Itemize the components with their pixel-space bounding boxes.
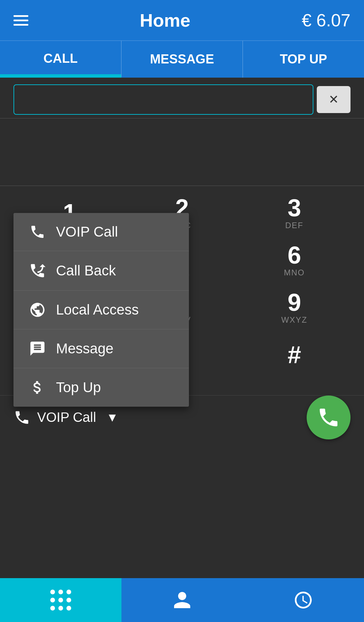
page-title: Home [140,10,190,31]
call-mode-phone-icon [13,409,30,426]
clock-icon [293,590,313,610]
bottom-navigation [0,578,364,622]
nav-dialpad[interactable] [0,578,121,622]
phone-display-area [0,78,364,118]
call-button[interactable] [307,396,351,439]
phone-output-area [0,118,364,186]
dropdown-item-voip-call[interactable]: VOIP Call [13,213,189,251]
local-access-label: Local Access [56,302,139,318]
globe-icon [26,301,49,318]
tab-bar: CALL MESSAGE TOP UP [0,40,364,78]
key-6[interactable]: 6 MNO [257,240,332,280]
money-icon [26,379,49,396]
dropdown-item-message[interactable]: Message [13,329,189,368]
phone-input[interactable] [13,84,313,115]
tab-message[interactable]: MESSAGE [121,41,243,78]
nav-contacts[interactable] [121,578,243,622]
key-3[interactable]: 3 DEF [257,193,332,233]
call-back-label: Call Back [56,263,116,279]
dropdown-item-call-back[interactable]: Call Back [13,251,189,291]
tab-topup[interactable]: TOP UP [243,41,364,78]
voip-call-label: VOIP Call [56,224,118,240]
phone-icon [26,224,49,240]
nav-recents[interactable] [243,578,364,622]
balance-display: € 6.07 [302,10,351,30]
key-hash[interactable]: # [257,334,332,375]
dialpad-area: 1 2 ABC 3 DEF 4 GHI 5 JKL 6 MNO 7 PQRS [0,186,364,395]
contacts-icon [172,590,192,610]
phone-back-icon [26,262,49,279]
call-button-icon [317,406,340,429]
dialpad-grid-icon [50,590,71,611]
key-9[interactable]: 9 WXYZ [257,287,332,328]
backspace-button[interactable] [317,86,351,113]
dropdown-item-local-access[interactable]: Local Access [13,291,189,329]
top-up-label: Top Up [56,379,101,396]
dropdown-item-top-up[interactable]: Top Up [13,368,189,407]
header: Home € 6.07 [0,0,364,40]
message-label: Message [56,341,113,357]
call-mode-selector[interactable]: VOIP Call ▼ [13,409,118,426]
call-options-dropdown: VOIP Call Call Back Local Access [13,213,189,407]
call-mode-label: VOIP Call [37,410,96,425]
message-icon [26,340,49,357]
tab-call[interactable]: CALL [0,41,121,78]
call-mode-arrow: ▼ [106,410,118,425]
menu-icon[interactable] [13,15,28,26]
